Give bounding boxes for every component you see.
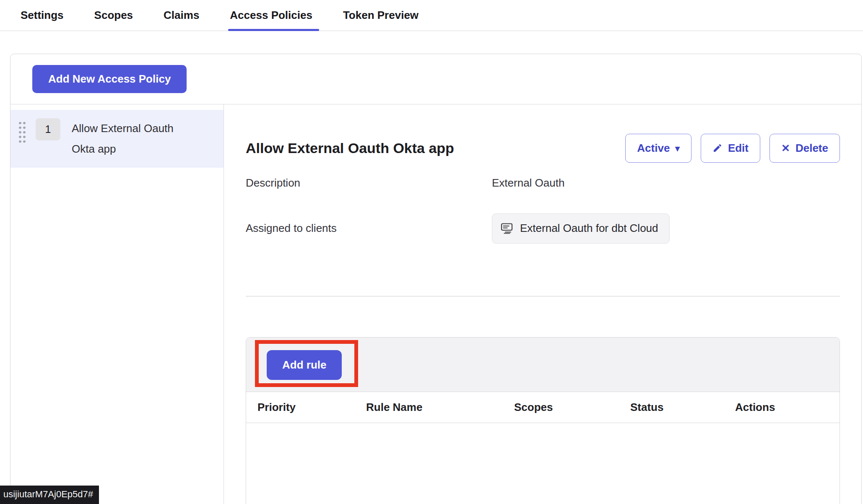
column-header-scopes: Scopes [514, 401, 630, 414]
rules-section: Add rule Priority Rule Name Scopes Statu… [246, 337, 840, 504]
rules-toolbar: Add rule [246, 338, 840, 392]
tab-settings[interactable]: Settings [21, 0, 64, 31]
tab-claims[interactable]: Claims [164, 0, 199, 31]
client-chip-label: External Oauth for dbt Cloud [520, 222, 658, 235]
panel-header: Add New Access Policy [10, 54, 861, 104]
policy-name: Allow External Oauth Okta app [72, 118, 198, 159]
policy-priority-badge: 1 [36, 118, 60, 140]
rules-table-header: Priority Rule Name Scopes Status Actions [246, 392, 840, 423]
assigned-clients-label: Assigned to clients [246, 221, 492, 235]
access-policies-panel: Add New Access Policy 1 Allow External O… [10, 54, 862, 504]
description-row: Description External Oauth [246, 176, 840, 190]
column-header-rule-name: Rule Name [366, 401, 514, 414]
description-label: Description [246, 176, 492, 190]
chevron-down-icon: ▾ [675, 144, 680, 153]
page-title: Allow External Oauth Okta app [246, 140, 454, 156]
client-chip: External Oauth for dbt Cloud [492, 213, 670, 244]
add-rule-button[interactable]: Add rule [267, 350, 342, 380]
edit-button-label: Edit [728, 142, 749, 155]
column-header-priority: Priority [257, 401, 366, 414]
status-dropdown-label: Active [637, 142, 670, 155]
tab-scopes[interactable]: Scopes [94, 0, 133, 31]
tab-access-policies[interactable]: Access Policies [230, 0, 312, 31]
policy-list: 1 Allow External Oauth Okta app [10, 104, 224, 504]
section-divider [246, 296, 840, 296]
policy-detail: Allow External Oauth Okta app Active ▾ E… [224, 104, 861, 504]
delete-button-label: Delete [795, 142, 828, 155]
assigned-clients-row: Assigned to clients [246, 213, 840, 244]
computer-icon [501, 223, 514, 234]
column-header-status: Status [630, 401, 735, 414]
edit-button[interactable]: Edit [701, 134, 760, 163]
status-bar: usijiutarM7Aj0Ep5d7# [0, 486, 99, 504]
policy-list-item[interactable]: 1 Allow External Oauth Okta app [10, 110, 224, 168]
pencil-icon [712, 143, 723, 153]
description-value: External Oauth [492, 177, 564, 190]
policy-actions: Active ▾ Edit ✕ Delete [625, 134, 840, 163]
tab-bar: Settings Scopes Claims Access Policies T… [0, 0, 863, 31]
panel-body: 1 Allow External Oauth Okta app Allow Ex… [10, 104, 861, 504]
rules-table-empty-body [246, 423, 840, 504]
column-header-actions: Actions [735, 401, 840, 414]
tab-token-preview[interactable]: Token Preview [343, 0, 419, 31]
delete-button[interactable]: ✕ Delete [769, 134, 840, 163]
add-new-access-policy-button[interactable]: Add New Access Policy [32, 65, 187, 93]
status-dropdown-button[interactable]: Active ▾ [625, 134, 691, 163]
close-icon: ✕ [781, 143, 790, 153]
title-row: Allow External Oauth Okta app Active ▾ E… [246, 130, 840, 166]
drag-handle-icon[interactable] [18, 121, 26, 144]
